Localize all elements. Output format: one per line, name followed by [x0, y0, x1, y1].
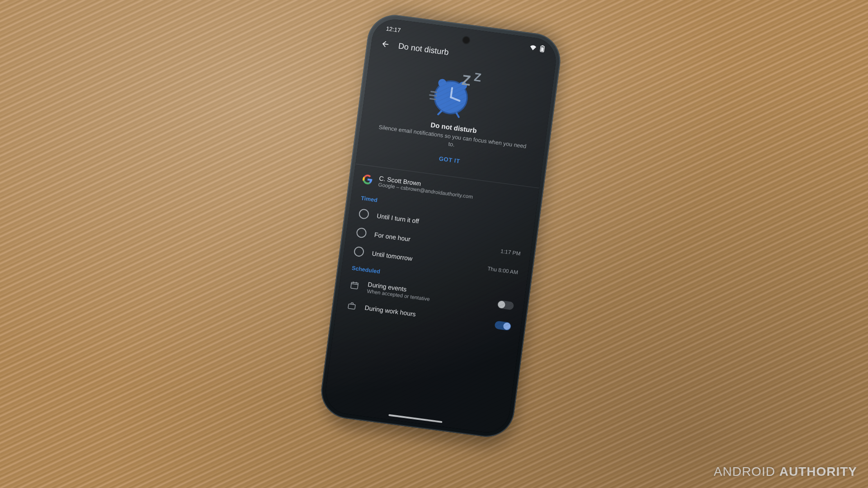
watermark-b: AUTHORITY	[779, 465, 857, 479]
option-trail	[492, 231, 523, 235]
wifi-icon	[529, 44, 537, 51]
back-button[interactable]	[380, 38, 391, 50]
briefcase-icon	[346, 300, 358, 311]
phone: 12:17	[318, 12, 564, 440]
watermark-a: ANDROID	[714, 465, 775, 479]
option-trail: Thu 8:00 AM	[486, 265, 519, 276]
option-trail: 1:17 PM	[489, 246, 521, 257]
toggle-during-events[interactable]	[497, 300, 514, 310]
radio-icon	[356, 227, 367, 239]
got-it-button[interactable]: GOT IT	[434, 153, 465, 167]
radio-icon	[359, 208, 370, 220]
svg-text:Z: Z	[473, 70, 482, 84]
toggle-during-work-hours[interactable]	[494, 320, 511, 331]
status-time: 12:17	[386, 25, 401, 33]
page-title: Do not disturb	[398, 41, 449, 57]
sleep-clock-illustration: Z Z	[424, 65, 493, 122]
google-logo-icon	[362, 174, 373, 185]
wood-table-background: 12:17	[0, 0, 868, 488]
svg-rect-9	[351, 282, 359, 289]
phone-screen: 12:17	[323, 17, 558, 435]
svg-text:Z: Z	[461, 71, 472, 89]
watermark: ANDROID AUTHORITY	[714, 465, 857, 479]
gesture-nav-bar[interactable]	[388, 414, 442, 423]
battery-icon	[539, 45, 545, 52]
calendar-icon	[349, 280, 360, 291]
svg-rect-10	[348, 304, 355, 309]
svg-rect-2	[541, 47, 544, 52]
radio-icon	[354, 246, 365, 257]
